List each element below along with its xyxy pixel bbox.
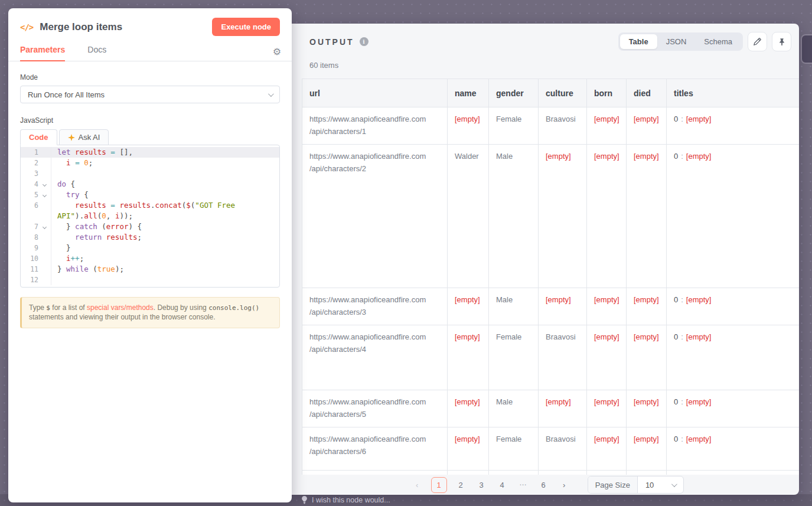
code-line[interactable]: 4do { [21, 179, 279, 190]
born-cell: [empty] [587, 288, 627, 325]
code-line[interactable]: 7 } catch (error) { [21, 221, 279, 232]
chevron-down-icon [42, 224, 46, 228]
tab-parameters[interactable]: Parameters [20, 45, 65, 61]
pagination-next[interactable]: › [560, 481, 569, 489]
code-line-text: results = results.concat($("GOT Free [51, 200, 240, 211]
page-size-label: Page Size [588, 476, 638, 493]
table-row-partial [302, 471, 800, 475]
code-editor-tabs: Code Ask AI [20, 129, 280, 145]
fold-chevron-icon[interactable] [38, 226, 50, 228]
gender-cell: Male [489, 288, 539, 325]
line-number-gutter: 9 [21, 243, 51, 253]
fold-chevron-icon[interactable] [38, 183, 50, 186]
tab-docs[interactable]: Docs [87, 45, 106, 61]
code-line[interactable]: 1let results = [], [21, 147, 279, 158]
code-line-text [51, 275, 57, 285]
titles-index: 0 [674, 115, 678, 123]
table-row: https://www.anapioficeandfire.com/api/ch… [302, 427, 800, 471]
chevron-down-icon [268, 91, 274, 97]
code-line[interactable]: 8 return results; [21, 232, 279, 243]
hint-text: console.log() [208, 304, 259, 312]
titles-index: 0 [674, 295, 678, 304]
code-line-text: i++; [51, 253, 84, 264]
hint-text: statements and viewing their output in t… [29, 313, 216, 321]
cell [627, 471, 667, 475]
pagination-ellipsis: ⋯ [518, 481, 527, 489]
pin-icon [778, 38, 786, 46]
line-number-gutter: 11 [21, 264, 51, 275]
empty-value: [empty] [634, 295, 659, 304]
url-line: /api/characters/6 [309, 445, 440, 458]
output-header: OUTPUT i Table JSON Schema [292, 24, 799, 51]
execute-node-button[interactable]: Execute node [212, 18, 280, 36]
code-line[interactable]: 9 } [21, 243, 279, 253]
cell [489, 471, 539, 475]
code-line[interactable]: 5 try { [21, 190, 279, 200]
empty-value: [empty] [594, 152, 619, 161]
table-row: https://www.anapioficeandfire.com/api/ch… [302, 288, 800, 325]
code-line[interactable]: 10 i++; [21, 253, 279, 264]
pagination-page-2[interactable]: 2 [456, 481, 465, 489]
line-number: 4 [21, 179, 38, 190]
code-line[interactable]: 3 [21, 168, 279, 179]
url-line: https://www.anapioficeandfire.com [309, 396, 440, 408]
view-tab-json[interactable]: JSON [657, 34, 696, 49]
hint-text: . Debug by using [154, 303, 208, 312]
pagination-page-3[interactable]: 3 [477, 481, 486, 489]
died-cell: [empty] [627, 390, 667, 427]
special-vars-link[interactable]: special vars/methods [87, 303, 154, 312]
empty-value: [empty] [686, 115, 712, 123]
tab-code[interactable]: Code [20, 129, 57, 145]
code-line[interactable]: API").all(0, i)); [21, 211, 279, 221]
hint-text: $ [46, 304, 50, 312]
view-tab-table[interactable]: Table [620, 34, 657, 49]
titles-cell: 0:[empty] [667, 390, 800, 427]
line-number-gutter: 10 [21, 253, 51, 264]
born-cell: [empty] [587, 325, 627, 390]
table-row: https://www.anapioficeandfire.com/api/ch… [302, 325, 800, 390]
gender-cell: Male [489, 145, 539, 288]
pagination-page-4[interactable]: 4 [498, 481, 507, 489]
code-line[interactable]: 12 [21, 275, 279, 285]
culture-cell: Braavosi [539, 325, 587, 390]
empty-value: [empty] [634, 332, 659, 341]
table-row: https://www.anapioficeandfire.com/api/ch… [302, 107, 800, 145]
empty-value: [empty] [455, 295, 480, 304]
line-number-gutter: 3 [21, 168, 51, 179]
pagination-page-6[interactable]: 6 [539, 481, 548, 489]
code-line-text [51, 168, 57, 179]
line-number: 9 [21, 243, 38, 253]
code-line-text: API").all(0, i)); [51, 211, 133, 221]
code-line[interactable]: 6 results = results.concat($("GOT Free [21, 200, 279, 211]
output-panel: OUTPUT i Table JSON Schema 60 items urln… [292, 24, 799, 495]
code-editor[interactable]: 1let results = [],2 i = 0;34do {5 try {6… [20, 145, 280, 288]
cell-value: Male [496, 397, 513, 406]
died-cell: [empty] [627, 145, 667, 288]
code-line-text: try { [51, 190, 89, 200]
code-line-text: let results = [], [51, 147, 133, 158]
gear-icon[interactable]: ⚙ [273, 47, 281, 57]
pin-data-button[interactable] [772, 32, 791, 51]
pagination-page-1[interactable]: 1 [431, 477, 447, 493]
column-header-url: url [302, 79, 448, 107]
chevron-down-icon [42, 192, 46, 197]
code-line[interactable]: 11} while (true); [21, 264, 279, 275]
output-title: OUTPUT [309, 37, 354, 47]
page-size-select[interactable]: Page Size 10 [588, 476, 684, 494]
titles-separator: : [681, 435, 683, 443]
url-line: /api/characters/1 [309, 125, 440, 138]
empty-value: [empty] [686, 435, 712, 443]
code-line-text: do { [51, 179, 75, 190]
edit-output-button[interactable] [748, 32, 767, 51]
cell-value: Male [496, 295, 513, 304]
line-number: 7 [21, 221, 38, 232]
line-number: 12 [21, 275, 38, 285]
empty-value: [empty] [455, 115, 480, 123]
tab-ask-ai[interactable]: Ask AI [59, 129, 109, 145]
mode-select[interactable]: Run Once for All Items [20, 86, 280, 103]
titles-separator: : [681, 295, 683, 304]
code-hint-callout: Type $ for a list of special vars/method… [20, 297, 280, 328]
code-line[interactable]: 2 i = 0; [21, 158, 279, 168]
fold-chevron-icon[interactable] [38, 194, 50, 197]
view-tab-schema[interactable]: Schema [695, 34, 741, 49]
